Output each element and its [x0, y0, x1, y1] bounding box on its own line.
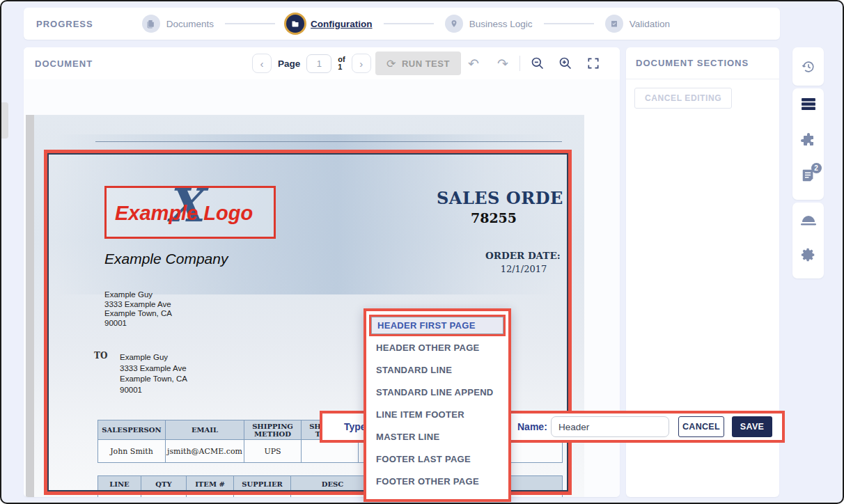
fullscreen-icon[interactable]	[586, 56, 600, 70]
save-button[interactable]: SAVE	[732, 416, 772, 437]
step-documents-label: Documents	[166, 19, 214, 29]
previous-page-button[interactable]: ‹	[252, 54, 272, 73]
plugin-icon[interactable]	[792, 127, 824, 155]
document-panel-title: DOCUMENT	[35, 58, 93, 69]
toolbar-divider	[519, 56, 520, 71]
step-connector	[225, 23, 275, 24]
zoom-out-icon[interactable]	[531, 56, 545, 70]
step-configuration[interactable]: Configuration	[286, 15, 372, 33]
section-type-dropdown: HEADER FIRST PAGE HEADER OTHER PAGE STAN…	[364, 308, 511, 502]
address-to: Example Guy 3333 Example Ave Example Tow…	[120, 352, 187, 395]
collapsed-panel-handle[interactable]	[1, 102, 8, 139]
logo-highlight-box: X Example Logo	[104, 186, 276, 239]
dropdown-item-standard-line-append[interactable]: STANDARD LINE APPEND	[366, 381, 508, 403]
progress-bar: PROGRESS Documents Configuration Busines…	[24, 8, 780, 40]
dome-icon[interactable]	[792, 207, 824, 235]
step-business-logic-label: Business Logic	[469, 19, 533, 29]
notes-badge: 2	[811, 163, 822, 173]
dropdown-item-header-first-page[interactable]: HEADER FIRST PAGE	[369, 315, 506, 336]
page-margin	[26, 115, 34, 497]
documents-icon	[142, 15, 160, 33]
dropdown-item-footer-other-page[interactable]: FOOTER OTHER PAGE	[366, 470, 508, 492]
notes-icon[interactable]: 2	[792, 162, 824, 189]
document-sections-title: DOCUMENT SECTIONS	[626, 47, 779, 79]
progress-label: PROGRESS	[36, 19, 93, 29]
dropdown-item-standard-line[interactable]: STANDARD LINE	[366, 359, 508, 381]
document-rule	[95, 141, 562, 142]
name-label: Name:	[517, 421, 547, 432]
app-window: PROGRESS Documents Configuration Busines…	[0, 0, 844, 504]
business-logic-icon	[445, 15, 463, 33]
company-name: Example Company	[104, 251, 228, 267]
section-name-input[interactable]	[551, 416, 669, 437]
page-number-input[interactable]	[306, 54, 331, 73]
sales-order-title: SALES ORDER	[437, 188, 563, 208]
step-documents[interactable]: Documents	[142, 15, 214, 33]
step-validation-label: Validation	[630, 19, 670, 29]
undo-icon[interactable]: ↶	[468, 56, 479, 72]
step-connector	[384, 23, 434, 24]
next-page-button[interactable]: ›	[352, 54, 371, 73]
settings-icon[interactable]	[792, 241, 824, 269]
refresh-icon: ⟳	[386, 57, 396, 70]
cancel-button[interactable]: CANCEL	[678, 416, 724, 437]
redo-icon[interactable]: ↷	[497, 56, 508, 72]
validation-icon	[605, 15, 623, 33]
logo-text: Example Logo	[115, 202, 253, 225]
order-date-label: ORDER DATE:	[485, 250, 561, 261]
dropdown-item-header-other-page[interactable]: HEADER OTHER PAGE	[366, 336, 508, 359]
zoom-in-icon[interactable]	[558, 56, 572, 70]
step-connector	[544, 23, 594, 24]
order-number: 78255	[424, 210, 563, 226]
dropdown-item-master-line[interactable]: MASTER LINE	[366, 425, 508, 448]
step-business-logic[interactable]: Business Logic	[445, 15, 533, 33]
document-sections-icon[interactable]	[792, 90, 824, 118]
history-icon[interactable]	[792, 53, 824, 81]
dropdown-item-line-item-footer[interactable]: LINE ITEM FOOTER	[366, 403, 508, 425]
cancel-editing-button[interactable]: CANCEL EDITING	[634, 88, 732, 109]
address-top: Example Guy 3333 Example Ave Example Tow…	[104, 290, 172, 328]
configuration-icon	[286, 15, 304, 33]
to-label: TO	[94, 351, 107, 361]
page-label: Page	[278, 58, 300, 69]
order-date-value: 12/1/2017	[485, 264, 562, 274]
run-test-button[interactable]: ⟳ RUN TEST	[375, 52, 461, 75]
dropdown-item-footer-last-page[interactable]: FOOTER LAST PAGE	[366, 448, 508, 470]
document-toolbar: DOCUMENT ‹ Page of1 › ⟳ RUN TEST ↶ ↷	[24, 47, 620, 79]
step-configuration-label: Configuration	[311, 19, 372, 29]
step-validation[interactable]: Validation	[605, 15, 670, 33]
page-total: of1	[338, 56, 345, 71]
page-navigation: ‹ Page of1 ›	[252, 54, 371, 73]
